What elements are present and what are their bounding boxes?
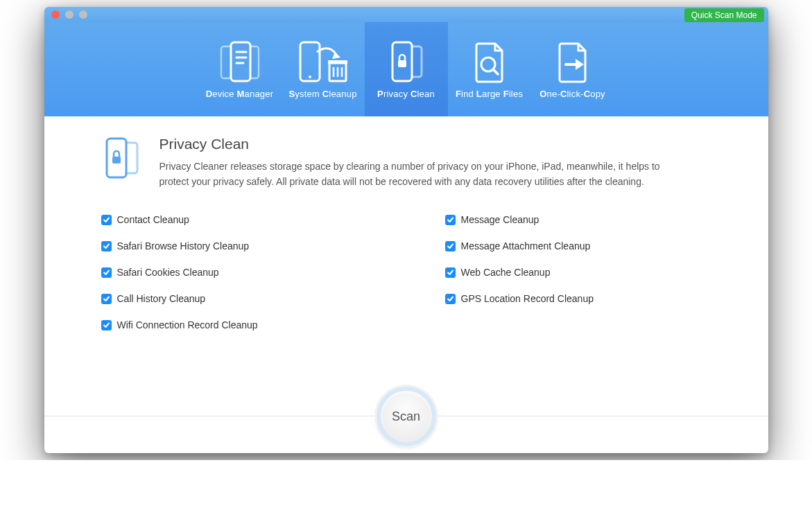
nav-privacy-clean[interactable]: Privacy Clean: [365, 22, 448, 116]
checkbox-icon: [445, 215, 456, 225]
svg-marker-20: [576, 59, 584, 70]
window-minimize-button[interactable]: [65, 10, 74, 19]
content-area: Privacy Clean Privacy Cleaner releases s…: [44, 116, 768, 330]
nav-system-cleanup[interactable]: System Cleanup: [282, 22, 365, 116]
option-contact-cleanup[interactable]: Contact Cleanup: [101, 214, 376, 225]
option-web-cache-cleanup[interactable]: Web Cache Cleanup: [445, 267, 720, 278]
option-message-attachment-cleanup[interactable]: Message Attachment Cleanup: [445, 240, 720, 251]
checkbox-icon: [101, 267, 112, 278]
traffic-lights: [51, 10, 87, 19]
nav-label: Find Large Files: [448, 89, 531, 107]
option-safari-history-cleanup[interactable]: Safari Browse History Cleanup: [101, 240, 376, 251]
one-click-copy-icon: [531, 35, 614, 89]
scan-button[interactable]: Scan: [377, 387, 436, 446]
svg-rect-6: [300, 42, 320, 81]
option-label: Message Attachment Cleanup: [461, 240, 591, 251]
main-nav: Device Manager System Cleanup: [44, 22, 768, 116]
nav-label: Privacy Clean: [365, 89, 448, 107]
window-zoom-button[interactable]: [79, 10, 87, 19]
option-call-history-cleanup[interactable]: Call History Cleanup: [101, 293, 376, 304]
checkbox-icon: [445, 294, 456, 304]
checkbox-icon: [101, 320, 112, 330]
app-window: Quick Scan Mode Device Manager: [44, 7, 768, 453]
nav-label: System Cleanup: [282, 89, 365, 107]
option-safari-cookies-cleanup[interactable]: Safari Cookies Cleanup: [101, 267, 376, 278]
page-description: Privacy Cleaner releases storage space b…: [159, 159, 680, 189]
checkbox-icon: [445, 241, 456, 251]
option-gps-record-cleanup[interactable]: GPS Location Record Cleanup: [445, 293, 720, 304]
page-title: Privacy Clean: [159, 136, 680, 152]
device-manager-icon: [198, 35, 282, 89]
svg-rect-10: [328, 60, 347, 64]
option-label: Wifi Connection Record Cleanup: [117, 319, 258, 330]
option-label: Call History Cleanup: [117, 293, 206, 304]
option-message-cleanup[interactable]: Message Cleanup: [445, 214, 720, 225]
quick-scan-mode-badge[interactable]: Quick Scan Mode: [684, 8, 764, 22]
option-label: Safari Browse History Cleanup: [117, 240, 250, 251]
checkbox-icon: [445, 267, 456, 278]
option-label: Safari Cookies Cleanup: [117, 267, 219, 278]
checkbox-icon: [101, 241, 112, 251]
nav-one-click-copy[interactable]: One-Click-Copy: [531, 22, 614, 116]
nav-label: One-Click-Copy: [531, 89, 614, 107]
option-label: Contact Cleanup: [117, 214, 189, 225]
svg-rect-2: [231, 42, 250, 81]
svg-line-18: [493, 69, 498, 74]
svg-point-7: [309, 76, 311, 78]
svg-rect-23: [112, 157, 121, 164]
option-label: Message Cleanup: [461, 214, 539, 225]
window-close-button[interactable]: [51, 10, 60, 19]
find-large-files-icon: [448, 35, 531, 89]
nav-label: Device Manager: [198, 89, 282, 107]
checkbox-icon: [101, 294, 112, 304]
option-wifi-record-cleanup[interactable]: Wifi Connection Record Cleanup: [101, 319, 376, 330]
nav-find-large-files[interactable]: Find Large Files: [448, 22, 531, 116]
privacy-clean-page-icon: [101, 136, 143, 189]
svg-rect-16: [398, 60, 406, 67]
checkbox-icon: [101, 215, 112, 225]
cleanup-options: Contact Cleanup Safari Browse History Cl…: [101, 214, 720, 330]
system-cleanup-icon: [282, 35, 365, 89]
titlebar: Quick Scan Mode: [44, 7, 768, 22]
option-label: GPS Location Record Cleanup: [461, 293, 594, 304]
privacy-clean-icon: [365, 35, 448, 89]
option-label: Web Cache Cleanup: [461, 267, 551, 278]
nav-device-manager[interactable]: Device Manager: [198, 22, 282, 116]
